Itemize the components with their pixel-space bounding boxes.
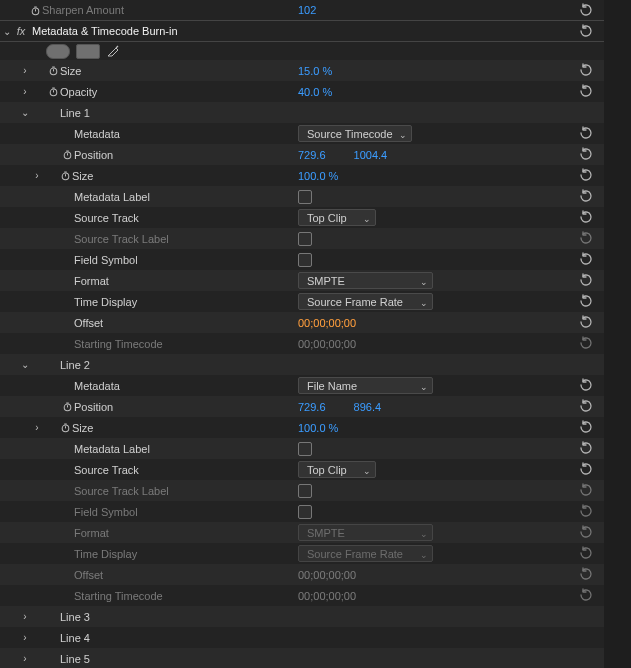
reset-icon[interactable] xyxy=(578,189,594,203)
chevron-right-icon[interactable]: › xyxy=(0,170,44,181)
reset-icon[interactable] xyxy=(578,231,594,245)
group-line3: › Line 3 xyxy=(0,606,604,627)
reset-icon[interactable] xyxy=(578,168,594,182)
line2-size: › Size 100.0 % xyxy=(0,417,604,438)
reset-icon[interactable] xyxy=(578,3,594,17)
line2-source-track-label: Source Track Label xyxy=(0,480,604,501)
reset-icon[interactable] xyxy=(578,126,594,140)
param-value[interactable]: 100.0 % xyxy=(298,422,338,434)
source-track-label-checkbox[interactable] xyxy=(298,484,312,498)
time-display-select[interactable]: Source Frame Rate⌄ xyxy=(298,293,433,310)
chevron-right-icon[interactable]: › xyxy=(0,611,32,622)
reset-icon[interactable] xyxy=(578,378,594,392)
metadata-label-checkbox[interactable] xyxy=(298,190,312,204)
param-label: Source Track xyxy=(74,212,139,224)
reset-icon[interactable] xyxy=(578,24,594,38)
position-x[interactable]: 729.6 xyxy=(298,149,326,161)
param-value[interactable]: 102 xyxy=(298,4,316,16)
reset-icon[interactable] xyxy=(578,210,594,224)
reset-icon[interactable] xyxy=(578,441,594,455)
group-line1: ⌄ Line 1 xyxy=(0,102,604,123)
group-line2: ⌄ Line 2 xyxy=(0,354,604,375)
chevron-right-icon[interactable]: › xyxy=(0,632,32,643)
mask-ellipse-button[interactable] xyxy=(46,44,70,59)
param-label: Metadata xyxy=(74,380,120,392)
line2-format: Format SMPTE⌄ xyxy=(0,522,604,543)
param-label: Source Track Label xyxy=(74,233,169,245)
effect-name: Metadata & Timecode Burn-in xyxy=(32,25,178,37)
pen-icon[interactable] xyxy=(106,44,120,58)
source-track-select[interactable]: Top Clip⌄ xyxy=(298,461,376,478)
reset-icon[interactable] xyxy=(578,567,594,581)
reset-icon[interactable] xyxy=(578,462,594,476)
chevron-right-icon[interactable]: › xyxy=(0,653,32,664)
chevron-down-icon[interactable]: ⌄ xyxy=(0,107,32,118)
param-label: Source Track Label xyxy=(74,485,169,497)
stopwatch-icon[interactable] xyxy=(60,148,74,162)
reset-icon[interactable] xyxy=(578,63,594,77)
param-label: Size xyxy=(72,170,93,182)
stopwatch-icon[interactable] xyxy=(28,3,42,17)
position-y[interactable]: 1004.4 xyxy=(354,149,388,161)
position-y[interactable]: 896.4 xyxy=(354,401,382,413)
reset-icon[interactable] xyxy=(578,315,594,329)
reset-icon[interactable] xyxy=(578,504,594,518)
reset-icon[interactable] xyxy=(578,294,594,308)
param-label: Metadata Label xyxy=(74,443,150,455)
param-label: Sharpen Amount xyxy=(42,4,124,16)
chevron-down-icon: ⌄ xyxy=(420,529,428,539)
metadata-label-checkbox[interactable] xyxy=(298,442,312,456)
param-label: Offset xyxy=(74,569,103,581)
chevron-right-icon[interactable]: › xyxy=(0,86,32,97)
offset-value[interactable]: 00;00;00;00 xyxy=(298,317,356,329)
reset-icon[interactable] xyxy=(578,546,594,560)
stopwatch-icon[interactable] xyxy=(58,421,72,435)
group-label: Line 5 xyxy=(60,653,90,665)
param-label: Field Symbol xyxy=(74,506,138,518)
chevron-right-icon[interactable]: › xyxy=(0,422,44,433)
chevron-down-icon[interactable]: ⌄ xyxy=(0,26,14,37)
source-track-select[interactable]: Top Clip⌄ xyxy=(298,209,376,226)
group-line4: › Line 4 xyxy=(0,627,604,648)
reset-icon[interactable] xyxy=(578,273,594,287)
param-sharpen-amount: Sharpen Amount 102 xyxy=(0,0,604,21)
line1-format: Format SMPTE⌄ xyxy=(0,270,604,291)
mask-rect-button[interactable] xyxy=(76,44,100,59)
chevron-right-icon[interactable]: › xyxy=(0,65,32,76)
field-symbol-checkbox[interactable] xyxy=(298,253,312,267)
field-symbol-checkbox[interactable] xyxy=(298,505,312,519)
position-x[interactable]: 729.6 xyxy=(298,401,326,413)
stopwatch-icon[interactable] xyxy=(46,85,60,99)
param-value[interactable]: 40.0 % xyxy=(298,86,332,98)
reset-icon[interactable] xyxy=(578,525,594,539)
chevron-down-icon: ⌄ xyxy=(420,298,428,308)
param-value[interactable]: 100.0 % xyxy=(298,170,338,182)
metadata-select[interactable]: File Name⌄ xyxy=(298,377,433,394)
line2-offset: Offset 00;00;00;00 xyxy=(0,564,604,585)
reset-icon[interactable] xyxy=(578,84,594,98)
metadata-select[interactable]: Source Timecode⌄ xyxy=(298,125,412,142)
reset-icon[interactable] xyxy=(578,420,594,434)
stopwatch-icon[interactable] xyxy=(58,169,72,183)
format-select[interactable]: SMPTE⌄ xyxy=(298,272,433,289)
reset-icon[interactable] xyxy=(578,588,594,602)
stopwatch-icon[interactable] xyxy=(60,400,74,414)
reset-icon[interactable] xyxy=(578,147,594,161)
source-track-label-checkbox[interactable] xyxy=(298,232,312,246)
reset-icon[interactable] xyxy=(578,399,594,413)
reset-icon[interactable] xyxy=(578,483,594,497)
param-label: Format xyxy=(74,275,109,287)
param-label: Starting Timecode xyxy=(74,338,163,350)
time-display-select: Source Frame Rate⌄ xyxy=(298,545,433,562)
fx-icon[interactable]: fx xyxy=(14,25,28,37)
chevron-down-icon[interactable]: ⌄ xyxy=(0,359,32,370)
reset-icon[interactable] xyxy=(578,336,594,350)
chevron-down-icon: ⌄ xyxy=(420,550,428,560)
stopwatch-icon[interactable] xyxy=(46,64,60,78)
param-value[interactable]: 15.0 % xyxy=(298,65,332,77)
param-label: Time Display xyxy=(74,548,137,560)
param-label: Size xyxy=(60,65,81,77)
group-line5: › Line 5 xyxy=(0,648,604,668)
reset-icon[interactable] xyxy=(578,252,594,266)
param-label: Size xyxy=(72,422,93,434)
